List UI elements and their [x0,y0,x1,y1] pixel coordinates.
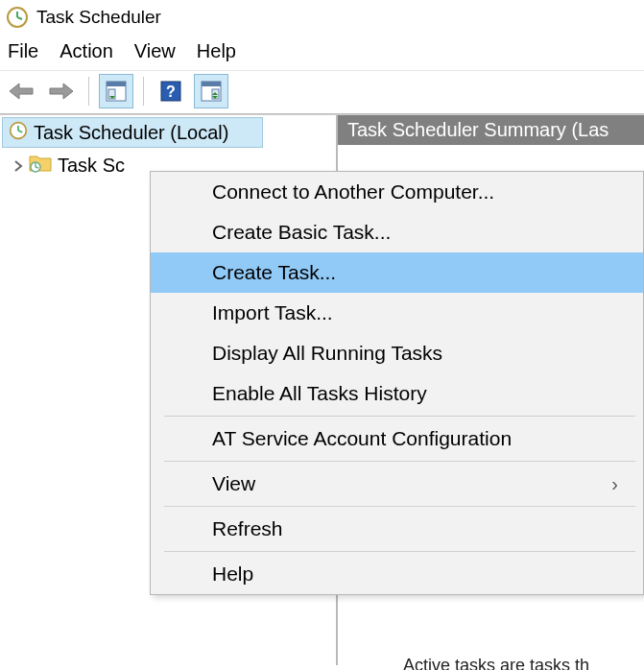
app-title: Task Scheduler [36,7,161,28]
svg-rect-9 [202,82,221,86]
library-folder-icon [29,154,52,178]
help-button[interactable]: ? [154,74,188,108]
svg-text:?: ? [166,84,176,100]
app-clock-icon [6,6,29,29]
toolbar-separator [88,77,89,106]
arrow-left-icon [8,81,35,102]
toolbar-separator [143,77,144,106]
cm-enable-tasks-history[interactable]: Enable All Tasks History [151,373,643,414]
cm-separator [164,506,635,507]
help-icon: ? [160,81,181,102]
menu-view[interactable]: View [134,40,176,62]
show-hide-action-pane-button[interactable] [194,74,228,108]
cm-view-submenu[interactable]: View › [151,464,643,504]
arrow-right-icon [48,81,75,102]
expand-arrow-icon[interactable] [10,157,27,175]
cm-separator [164,461,635,462]
summary-header: Task Scheduler Summary (Las [338,115,644,145]
tree-root-label: Task Scheduler (Local) [34,122,228,144]
svg-line-16 [36,167,38,168]
tree-child-label: Task Sc [58,155,125,177]
nav-forward-button[interactable] [44,74,79,108]
cm-create-basic-task[interactable]: Create Basic Task... [151,212,643,252]
cm-create-task[interactable]: Create Task... [151,252,643,293]
menu-action[interactable]: Action [60,40,113,62]
cm-separator [164,551,635,552]
cutoff-text: Active tasks are tasks th [403,656,589,670]
cm-display-running-tasks[interactable]: Display All Running Tasks [151,333,643,373]
panel-tree-icon [106,81,127,102]
titlebar: Task Scheduler [0,0,644,35]
tree-root-node[interactable]: Task Scheduler (Local) [2,117,263,148]
cm-import-task[interactable]: Import Task... [151,293,643,333]
cm-separator [164,416,635,417]
cm-refresh[interactable]: Refresh [151,509,643,549]
toolbar: ? [0,70,644,114]
scheduler-root-icon [9,121,28,144]
cm-connect-another-computer[interactable]: Connect to Another Computer... [151,172,643,212]
show-hide-console-tree-button[interactable] [99,74,133,108]
context-menu: Connect to Another Computer... Create Ba… [150,171,644,595]
panel-action-icon [201,81,222,102]
svg-rect-4 [107,82,126,86]
cm-at-service-account[interactable]: AT Service Account Configuration [151,419,643,459]
nav-back-button[interactable] [4,74,38,108]
menu-file[interactable]: File [8,40,38,62]
menubar: File Action View Help [0,35,644,70]
cm-help[interactable]: Help [151,554,643,594]
chevron-right-icon: › [611,473,626,495]
menu-help[interactable]: Help [197,40,236,62]
